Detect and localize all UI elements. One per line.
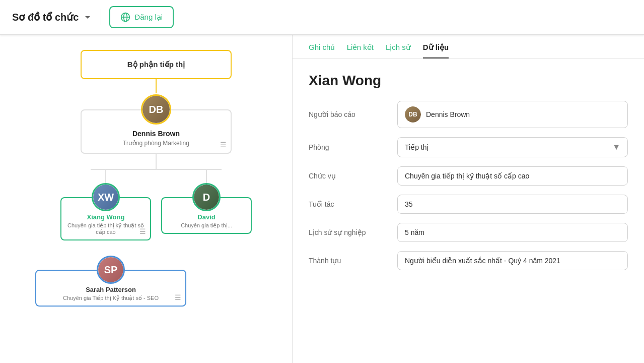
card-menu-icon: ☰ bbox=[220, 141, 227, 149]
achievement-label: Thành tựu bbox=[309, 257, 389, 265]
children-row: XW Xiang Wong Chuyên gia tiếp thị kỹ thu… bbox=[60, 169, 252, 240]
sarah-avatar[interactable]: SP bbox=[97, 256, 125, 284]
org-tree: Bộ phận tiếp thị DB Dennis Brown Trưởng … bbox=[20, 45, 292, 307]
manager-avatar-circle: DB bbox=[142, 96, 170, 123]
globe-icon bbox=[120, 12, 130, 22]
tabs-bar: Ghi chú Liên kết Lịch sử Dữ liệu bbox=[293, 35, 644, 58]
david-avatar[interactable]: D bbox=[192, 183, 221, 211]
reporter-field-row: Người báo cáo DB Dennis Brown bbox=[309, 101, 628, 128]
manager-name: Dennis Brown bbox=[88, 130, 225, 138]
manager-role: Trưởng phòng Marketing bbox=[88, 140, 225, 147]
department-value[interactable]: Tiếp thị ▼ bbox=[397, 137, 628, 157]
xiang-avatar[interactable]: XW bbox=[92, 183, 120, 211]
tab-data[interactable]: Dữ liệu bbox=[423, 43, 449, 58]
department-field-row: Phòng Tiếp thị ▼ bbox=[309, 137, 628, 157]
dropdown-arrow-icon: ▼ bbox=[612, 143, 620, 152]
tab-history[interactable]: Lịch sử bbox=[386, 43, 411, 58]
dept-box[interactable]: Bộ phận tiếp thị bbox=[81, 50, 232, 79]
career-value[interactable]: 5 năm bbox=[397, 223, 628, 242]
org-chart-panel: Bộ phận tiếp thị DB Dennis Brown Trưởng … bbox=[0, 35, 292, 363]
department-label: Phòng bbox=[309, 143, 389, 151]
detail-panel: Ghi chú Liên kết Lịch sử Dữ liệu Xian Wo… bbox=[292, 35, 644, 363]
reset-button[interactable]: Đăng lại bbox=[109, 6, 174, 28]
sarah-card-icon: ☰ bbox=[175, 293, 181, 301]
career-label: Lịch sử sự nghiệp bbox=[309, 228, 389, 236]
main-content: Bộ phận tiếp thị DB Dennis Brown Trưởng … bbox=[0, 35, 644, 363]
reporter-value[interactable]: DB Dennis Brown bbox=[397, 101, 628, 128]
sarah-avatar-circle: SP bbox=[98, 257, 123, 282]
reporter-avatar-circle: DB bbox=[405, 106, 421, 123]
xiang-name: Xiang Wong bbox=[65, 213, 146, 221]
child-node-david: D David Chuyên gia tiếp thị... bbox=[161, 169, 252, 240]
age-field-row: Tuổi tác 35 bbox=[309, 195, 628, 214]
career-field-row: Lịch sử sự nghiệp 5 năm bbox=[309, 223, 628, 242]
sarah-node: SP Sarah Patterson Chuyên gia Tiếp thị K… bbox=[35, 256, 186, 307]
tab-links[interactable]: Liên kết bbox=[347, 43, 374, 58]
position-value[interactable]: Chuyên gia tiếp thị kỹ thuật số cấp cao bbox=[397, 166, 628, 186]
person-title: Xian Wong bbox=[309, 73, 628, 89]
achievement-field-row: Thành tựu Người biểu diễn xuất sắc nhất … bbox=[309, 251, 628, 270]
sarah-role: Chuyên gia Tiếp thị Kỹ thuật số - SEO bbox=[40, 295, 181, 301]
david-avatar-circle: D bbox=[194, 185, 219, 210]
david-role: Chuyên gia tiếp thị... bbox=[166, 222, 247, 229]
david-name: David bbox=[166, 213, 247, 221]
reporter-name: Dennis Brown bbox=[426, 110, 470, 118]
title-dropdown[interactable]: Sơ đồ tổ chức bbox=[12, 11, 93, 23]
sarah-name: Sarah Patterson bbox=[40, 286, 181, 293]
connector bbox=[81, 154, 232, 169]
manager-node: DB Dennis Brown Trưởng phòng Marketing ☰ bbox=[81, 94, 232, 154]
xiang-card-icon: ☰ bbox=[139, 227, 146, 235]
reporter-avatar: DB bbox=[405, 106, 421, 123]
department-text: Tiếp thị bbox=[405, 143, 429, 151]
divider bbox=[101, 9, 101, 25]
child-node-xiang: XW Xiang Wong Chuyên gia tiếp thị kỹ thu… bbox=[60, 169, 151, 240]
position-label: Chức vụ bbox=[309, 172, 389, 180]
top-bar: Sơ đồ tổ chức Đăng lại bbox=[0, 0, 644, 35]
age-value[interactable]: 35 bbox=[397, 195, 628, 214]
reset-label: Đăng lại bbox=[134, 13, 163, 22]
dept-name: Bộ phận tiếp thị bbox=[127, 60, 185, 69]
achievement-value[interactable]: Người biểu diễn xuất sắc nhất - Quý 4 nă… bbox=[397, 251, 628, 270]
position-field-row: Chức vụ Chuyên gia tiếp thị kỹ thuật số … bbox=[309, 166, 628, 186]
xiang-role: Chuyên gia tiếp thị kỹ thuật số cấp cao bbox=[65, 222, 146, 235]
tab-notes[interactable]: Ghi chú bbox=[309, 43, 335, 58]
reporter-label: Người báo cáo bbox=[309, 110, 389, 118]
manager-avatar[interactable]: DB bbox=[141, 94, 171, 125]
detail-body: Xian Wong Người báo cáo DB Dennis Brown … bbox=[293, 58, 644, 363]
age-label: Tuổi tác bbox=[309, 200, 389, 208]
page-title: Sơ đồ tổ chức bbox=[12, 11, 79, 23]
xiang-avatar-circle: XW bbox=[93, 185, 118, 210]
chevron-down-icon bbox=[83, 12, 93, 22]
